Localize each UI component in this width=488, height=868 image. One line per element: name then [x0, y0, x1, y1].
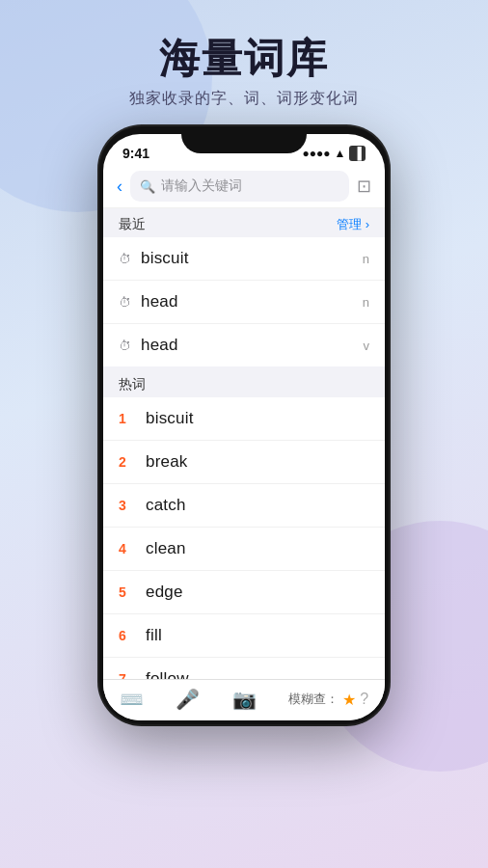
list-item[interactable]: 5 edge — [103, 571, 385, 614]
recent-section-header: 最近 管理 › — [103, 208, 385, 237]
list-item[interactable]: 2 break — [103, 441, 385, 484]
recent-list: ⏱ biscuit n ⏱ head n ⏱ head v — [103, 237, 385, 366]
rank-number: 2 — [119, 454, 136, 470]
fuzzy-search-section: 模糊查： ★ ? — [288, 691, 368, 709]
phone-notch — [181, 126, 307, 153]
mic-icon: 🎤 — [176, 688, 200, 711]
word-text: edge — [146, 583, 369, 602]
rank-number: 5 — [119, 584, 136, 600]
camera-button[interactable]: 📷 — [232, 688, 257, 711]
word-text: catch — [146, 496, 369, 515]
list-item[interactable]: 3 catch — [103, 484, 385, 528]
header-title: 海量词库 — [129, 37, 359, 81]
header-subtitle: 独家收录的字、词、词形变化词 — [129, 89, 359, 109]
back-button[interactable]: ‹ — [117, 176, 122, 197]
word-text: biscuit — [146, 409, 369, 428]
question-button[interactable]: ? — [360, 691, 368, 708]
search-bar: ‹ 🔍 请输入关键词 ⊡ — [103, 165, 385, 208]
status-icons: ●●●● ▲ ▐ — [303, 146, 366, 161]
rank-number: 7 — [119, 671, 136, 679]
word-text: clean — [146, 539, 369, 558]
battery-icon: ▐ — [349, 146, 366, 161]
manage-button[interactable]: 管理 › — [337, 216, 369, 233]
scan-button[interactable]: ⊡ — [357, 176, 371, 197]
word-text: break — [146, 452, 369, 472]
word-text: head — [141, 292, 363, 312]
list-item[interactable]: 1 biscuit — [103, 397, 385, 441]
recent-title: 最近 — [119, 216, 146, 233]
camera-icon: 📷 — [232, 688, 257, 711]
pos-label: v — [364, 339, 370, 353]
phone-mockup: 9:41 ●●●● ▲ ▐ ‹ 🔍 请输入关键词 ⊡ 最近 管理 › — [99, 126, 389, 724]
list-item[interactable]: 7 follow — [103, 658, 385, 679]
search-placeholder: 请输入关键词 — [161, 177, 242, 195]
hot-title: 热词 — [119, 376, 146, 393]
rank-number: 1 — [119, 411, 136, 426]
scroll-content: 最近 管理 › ⏱ biscuit n ⏱ head n ⏱ head — [103, 208, 385, 679]
fuzzy-label: 模糊查： — [288, 691, 339, 708]
keyboard-button[interactable]: ⌨️ — [120, 688, 144, 711]
hot-list: 1 biscuit 2 break 3 catch 4 clean 5 ed — [103, 397, 385, 679]
word-text: fill — [146, 626, 369, 645]
mic-button[interactable]: 🎤 — [176, 688, 200, 711]
rank-number: 4 — [119, 541, 136, 556]
rank-number: 6 — [119, 628, 136, 643]
list-item[interactable]: ⏱ head n — [103, 281, 385, 324]
rank-number: 3 — [119, 498, 136, 513]
clock-icon: ⏱ — [119, 339, 131, 353]
bottom-bar: ⌨️ 🎤 📷 模糊查： ★ ? — [103, 679, 385, 720]
word-text: biscuit — [141, 249, 363, 268]
list-item[interactable]: ⏱ head v — [103, 324, 385, 366]
search-icon: 🔍 — [140, 179, 155, 194]
search-input-area[interactable]: 🔍 请输入关键词 — [130, 171, 349, 202]
keyboard-icon: ⌨️ — [120, 688, 144, 711]
list-item[interactable]: ⏱ biscuit n — [103, 237, 385, 281]
word-text: follow — [146, 669, 369, 679]
status-time: 9:41 — [122, 146, 149, 161]
signal-icon: ●●●● — [303, 147, 331, 160]
phone-screen: 9:41 ●●●● ▲ ▐ ‹ 🔍 请输入关键词 ⊡ 最近 管理 › — [103, 134, 385, 720]
word-text: head — [141, 336, 364, 355]
list-item[interactable]: 4 clean — [103, 528, 385, 571]
header-section: 海量词库 独家收录的字、词、词形变化词 — [129, 37, 359, 109]
pos-label: n — [363, 252, 369, 266]
pos-label: n — [363, 295, 369, 310]
clock-icon: ⏱ — [119, 295, 131, 310]
clock-icon: ⏱ — [119, 252, 131, 266]
star-button[interactable]: ★ — [342, 691, 356, 709]
wifi-icon: ▲ — [335, 147, 346, 160]
hot-section-header: 热词 — [103, 368, 385, 397]
list-item[interactable]: 6 fill — [103, 614, 385, 658]
